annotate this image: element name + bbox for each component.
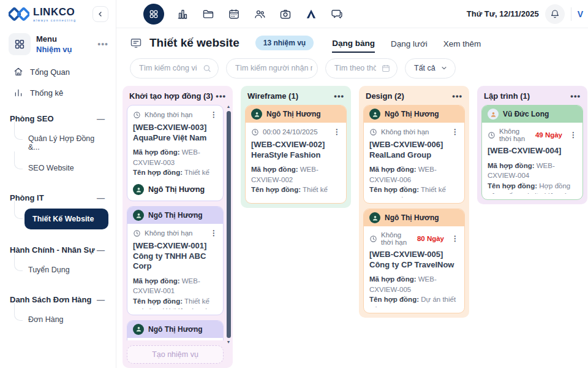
brand-name: LINKCO bbox=[33, 6, 76, 18]
search-assignee-input[interactable] bbox=[227, 64, 317, 72]
user-avatar[interactable]: V bbox=[578, 9, 583, 19]
card-fields: Mã hợp đồng: WEB-CXVIEW-005 Tên hợp đồng… bbox=[369, 274, 459, 307]
avatar bbox=[133, 324, 144, 335]
card-menu-icon[interactable]: ⋮ bbox=[210, 229, 217, 237]
column-wireframe: Wireframe (1) ••• Ngô Thị Hương 00:00 24… bbox=[241, 86, 351, 208]
task-card[interactable]: Vũ Đức Long Không thời hạn 49 Ngày ⋮ [WE… bbox=[481, 105, 583, 200]
notifications-button[interactable] bbox=[545, 4, 565, 24]
card-deadline: 00:00 24/10/2025 bbox=[263, 128, 318, 136]
menu-more-icon[interactable]: ••• bbox=[97, 39, 108, 49]
card-fields: Mã hợp đồng: WEB-CXVIEW-002 Tên hợp đồng… bbox=[251, 164, 341, 197]
apps-icon[interactable] bbox=[143, 4, 164, 25]
page-title: Thiết kế website bbox=[149, 36, 239, 50]
card-title: [WEB-CXVIEW-004] bbox=[488, 146, 577, 156]
card-deadline: Không thời hạn bbox=[145, 111, 193, 118]
folder-icon[interactable] bbox=[202, 8, 214, 20]
field-label: Tên hợp đồng: bbox=[369, 296, 419, 303]
collapse-minus-icon[interactable]: — bbox=[97, 295, 105, 304]
collapse-minus-icon[interactable]: — bbox=[97, 114, 105, 123]
card-menu-icon[interactable]: ⋮ bbox=[333, 128, 341, 136]
card-menu-icon[interactable]: ⋮ bbox=[210, 110, 217, 119]
filter-row: Tất cả bbox=[116, 55, 588, 82]
sidebar-item-don-hang[interactable]: Đơn Hàng bbox=[24, 310, 108, 329]
task-card[interactable]: Ngô Thị Hương Không thời hạn 80 Ngày ⋮ [… bbox=[363, 209, 465, 313]
sidebar-item-tuyen-dung[interactable]: Tuyển Dụng bbox=[24, 261, 108, 279]
dropdown-value: Tất cả bbox=[414, 64, 435, 72]
collapse-minus-icon[interactable]: — bbox=[97, 193, 105, 202]
column-title: Khởi tạo hợp đồng (3) bbox=[129, 91, 213, 101]
menu-block[interactable]: Menu Nhiệm vụ ••• bbox=[0, 28, 116, 61]
card-fields: Mã hợp đồng: WEB-CXVIEW-001 Tên hợp đồng… bbox=[133, 276, 217, 309]
card-assignee-band: Vũ Đức Long bbox=[482, 105, 582, 123]
task-card[interactable]: Không thời hạn ⋮ [WEB-CXVIEW-003] AquaPu… bbox=[127, 105, 224, 201]
sidebar-item-seo-website[interactable]: SEO Website bbox=[24, 159, 108, 177]
assignee-name: Ngô Thị Hương bbox=[148, 325, 203, 334]
scrollbar-thumb[interactable] bbox=[227, 111, 231, 338]
column-menu-icon[interactable]: ••• bbox=[334, 91, 344, 101]
card-deadline: Không thời hạn bbox=[145, 229, 193, 237]
tab-xem-them[interactable]: Xem thêm bbox=[443, 34, 481, 52]
due-days-badge: 49 Ngày bbox=[535, 131, 562, 139]
assignee-name: Ngô Thị Hương bbox=[266, 110, 321, 118]
card-menu-icon[interactable]: ⋮ bbox=[451, 234, 459, 243]
sidebar-item-label: Thống kê bbox=[30, 88, 63, 98]
column-menu-icon[interactable]: ••• bbox=[216, 91, 226, 101]
column-scrollbar[interactable]: ▲ ▼ bbox=[225, 104, 232, 345]
due-days-badge: 80 Ngày bbox=[417, 235, 444, 242]
chevron-down-icon bbox=[440, 64, 448, 72]
create-task-button[interactable]: Tạo nhiệm vụ bbox=[127, 345, 224, 364]
group-children: Đơn Hàng bbox=[0, 309, 116, 334]
card-menu-icon[interactable]: ⋮ bbox=[570, 131, 577, 139]
column-title: Lập trình (1) bbox=[484, 91, 530, 101]
field-label: Mã hợp đồng: bbox=[133, 277, 180, 285]
logo-row: LINKCO always connecting bbox=[0, 6, 116, 28]
avatar bbox=[369, 109, 380, 120]
task-card[interactable]: Ngô Thị Hương 00:00 24/10/2025 ⋮ [WEB-CX… bbox=[245, 105, 347, 204]
sidebar-item-thiet-ke-website[interactable]: Thiết Kế Website bbox=[24, 209, 108, 229]
sidebar-item-thong-ke[interactable]: Thống kê bbox=[0, 82, 116, 103]
card-menu-icon[interactable]: ⋮ bbox=[451, 128, 459, 136]
field-label: Tên hợp đồng: bbox=[251, 186, 301, 193]
status-filter-dropdown[interactable]: Tất cả bbox=[405, 58, 456, 79]
column-design: Design (2) ••• Ngô Thị Hương Không thời … bbox=[359, 86, 469, 318]
task-card[interactable]: Ngô Thị Hương Không thời hạn ⋮ [WEB-CXVI… bbox=[363, 105, 465, 204]
task-card[interactable]: Ngô Thị Hương Không thời hạn ⋮ [WEB-CXVI… bbox=[127, 206, 224, 315]
view-tabs: Dạng bảng Dạng lưới Xem thêm bbox=[332, 34, 481, 53]
search-time-input[interactable] bbox=[326, 64, 381, 72]
task-count-badge: 13 nhiệm vụ bbox=[255, 36, 314, 50]
task-card[interactable]: Ngô Thị Hương Không thời hạn ⋮ [WEB-CXVI… bbox=[127, 320, 224, 341]
sidebar: LINKCO always connecting Menu Nhiệm vụ •… bbox=[0, 0, 116, 368]
card-time-row: Không thời hạn ⋮ bbox=[133, 229, 217, 237]
sidebar-item-quan-ly-hop-dong[interactable]: Quản Lý Hợp Đồng &... bbox=[24, 129, 108, 156]
group-children: Tuyển Dụng bbox=[0, 259, 116, 284]
camera-icon[interactable] bbox=[279, 8, 292, 20]
sidebar-item-tong-quan[interactable]: Tổng Quan bbox=[0, 61, 116, 82]
clock-icon bbox=[488, 131, 496, 139]
scroll-up-icon[interactable]: ▲ bbox=[227, 104, 231, 109]
avatar bbox=[133, 184, 144, 195]
card-deadline: Không thời hạn bbox=[381, 128, 429, 136]
chat-icon[interactable] bbox=[331, 8, 343, 20]
assignee-name: Ngô Thị Hương bbox=[148, 185, 205, 194]
menu-subtitle: Nhiệm vụ bbox=[36, 45, 72, 54]
card-title: [WEB-CXVIEW-001] Công ty TNHH ABC Corp bbox=[133, 241, 217, 272]
column-title: Wireframe (1) bbox=[247, 91, 298, 101]
ads-icon[interactable] bbox=[305, 8, 317, 20]
tab-dang-luoi[interactable]: Dạng lưới bbox=[391, 34, 428, 52]
users-icon[interactable] bbox=[254, 8, 266, 20]
sidebar-collapse-button[interactable] bbox=[92, 6, 108, 22]
card-fields: Mã hợp đồng: WEB-CXVIEW-004 Tên hợp đồng… bbox=[488, 161, 577, 194]
card-time-row: Không thời hạn ⋮ bbox=[369, 128, 459, 136]
scroll-down-icon[interactable]: ▼ bbox=[227, 340, 231, 345]
stats-icon bbox=[13, 88, 23, 98]
collapse-minus-icon[interactable]: — bbox=[97, 245, 105, 255]
search-task-input[interactable] bbox=[130, 64, 202, 72]
card-assignee-band: Ngô Thị Hương bbox=[364, 105, 464, 123]
column-menu-icon[interactable]: ••• bbox=[570, 91, 581, 101]
tab-dang-bang[interactable]: Dạng bảng bbox=[332, 34, 375, 53]
calendar-icon[interactable] bbox=[228, 8, 240, 20]
menu-grid-icon bbox=[9, 33, 31, 55]
bar-chart-icon[interactable] bbox=[176, 8, 189, 20]
card-assignee-band: Ngô Thị Hương bbox=[127, 321, 223, 338]
column-menu-icon[interactable]: ••• bbox=[452, 91, 462, 101]
